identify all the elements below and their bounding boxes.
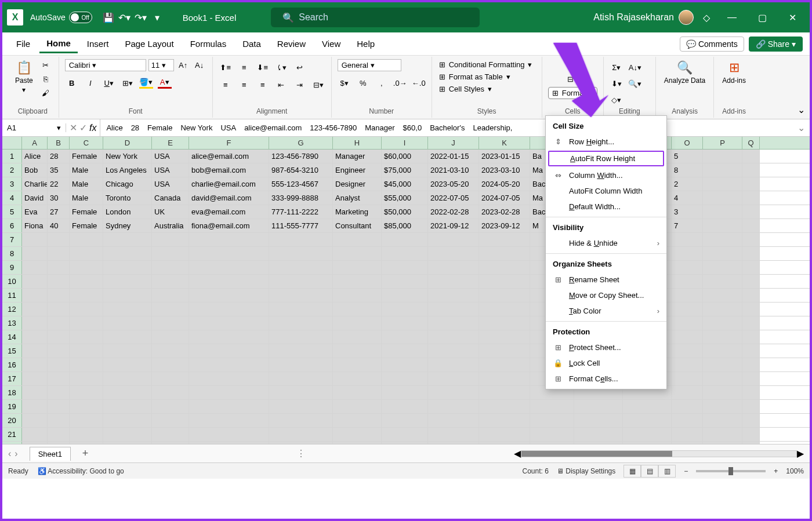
italic-button[interactable]: I	[84, 77, 97, 89]
cell[interactable]	[672, 233, 703, 246]
cell[interactable]	[22, 247, 48, 260]
cell[interactable]	[22, 330, 48, 344]
cell[interactable]	[479, 372, 530, 385]
cell[interactable]	[703, 219, 742, 232]
insert-cells-icon[interactable]: ⊞▾	[566, 59, 579, 71]
cell[interactable]	[333, 330, 382, 344]
cell[interactable]	[152, 428, 189, 441]
menu-column-width[interactable]: ⇔Column Width...	[546, 167, 666, 183]
cell[interactable]	[70, 247, 103, 260]
cell[interactable]	[269, 261, 333, 274]
cell[interactable]	[22, 233, 48, 246]
cell[interactable]	[428, 247, 479, 260]
cell[interactable]	[152, 330, 189, 344]
cell[interactable]: Analyst	[333, 191, 382, 205]
row-header[interactable]: 11	[2, 289, 22, 302]
view-page-layout-icon[interactable]: ▤	[641, 465, 658, 478]
cell[interactable]	[333, 303, 382, 316]
sheet-prev-icon[interactable]: ‹	[8, 449, 11, 459]
horizontal-scrollbar[interactable]: ◀ ▶	[514, 450, 804, 458]
cell[interactable]: Female	[70, 150, 103, 163]
cell[interactable]: Bob	[22, 163, 48, 177]
cell[interactable]	[48, 233, 70, 246]
column-header-p[interactable]: P	[703, 137, 742, 149]
delete-cells-icon[interactable]: ⊟▾	[566, 73, 579, 85]
diamond-icon[interactable]: ◇	[698, 9, 715, 25]
cell[interactable]	[333, 400, 382, 413]
column-header-i[interactable]: I	[382, 137, 428, 149]
cell[interactable]	[672, 428, 703, 441]
cell[interactable]	[742, 358, 760, 371]
cell[interactable]	[152, 442, 189, 444]
cell[interactable]	[269, 247, 333, 260]
cell[interactable]: Fiona	[22, 219, 48, 232]
cell[interactable]	[382, 289, 428, 302]
cell[interactable]	[333, 344, 382, 358]
row-header[interactable]: 14	[2, 330, 22, 344]
menu-data[interactable]: Data	[235, 35, 268, 52]
merge-center-icon[interactable]: ⊟▾	[311, 79, 325, 90]
cell-styles-button[interactable]: ⊞ Cell Styles ▾	[438, 83, 493, 94]
cell[interactable]	[333, 275, 382, 288]
cell[interactable]: USA	[152, 150, 189, 163]
cell[interactable]	[703, 205, 742, 218]
cell[interactable]: 987-654-3210	[269, 163, 333, 177]
cell[interactable]: Male	[70, 163, 103, 177]
align-middle-icon[interactable]: ≡	[237, 61, 251, 73]
cell[interactable]	[189, 316, 269, 330]
cell[interactable]: New York	[103, 150, 152, 163]
row-header[interactable]: 17	[2, 372, 22, 385]
row-header[interactable]: 15	[2, 344, 22, 358]
cell[interactable]	[672, 330, 703, 344]
row-header[interactable]: 21	[2, 428, 22, 441]
cell[interactable]	[152, 275, 189, 288]
cell[interactable]	[382, 442, 428, 444]
cell[interactable]	[333, 233, 382, 246]
menu-home[interactable]: Home	[39, 35, 78, 53]
cell[interactable]	[479, 428, 530, 441]
cell[interactable]	[672, 400, 703, 413]
cell[interactable]	[479, 358, 530, 371]
cell[interactable]: USA	[152, 163, 189, 177]
cell[interactable]	[479, 247, 530, 260]
cell[interactable]	[189, 275, 269, 288]
minimize-button[interactable]: —	[719, 6, 745, 29]
cell[interactable]	[189, 289, 269, 302]
cell[interactable]	[48, 386, 70, 399]
cell[interactable]	[382, 275, 428, 288]
column-header-q[interactable]: Q	[742, 137, 760, 149]
format-painter-icon[interactable]: 🖌	[39, 87, 53, 99]
cell[interactable]	[48, 428, 70, 441]
cell[interactable]	[152, 372, 189, 385]
cell[interactable]	[152, 386, 189, 399]
cell[interactable]	[48, 372, 70, 385]
cell[interactable]	[70, 358, 103, 371]
cell[interactable]	[428, 386, 479, 399]
cell[interactable]	[703, 177, 742, 191]
cell[interactable]	[742, 289, 760, 302]
sheet-options-icon[interactable]: ⋮	[296, 448, 306, 459]
cell[interactable]	[70, 344, 103, 358]
cell[interactable]: 3	[672, 205, 703, 218]
cell[interactable]: 2	[672, 177, 703, 191]
cell[interactable]	[189, 372, 269, 385]
cell[interactable]	[742, 205, 760, 218]
cell[interactable]: UK	[152, 205, 189, 218]
cell[interactable]	[382, 386, 428, 399]
cell[interactable]: Male	[70, 177, 103, 191]
cell[interactable]	[333, 247, 382, 260]
cell[interactable]	[48, 289, 70, 302]
paste-button[interactable]: 📋 Paste▾	[13, 59, 35, 95]
cell[interactable]	[70, 275, 103, 288]
analyze-data-button[interactable]: 🔍 Analyze Data	[662, 59, 708, 86]
cell[interactable]	[22, 358, 48, 371]
cell[interactable]	[333, 386, 382, 399]
cell[interactable]	[382, 303, 428, 316]
cell[interactable]: 2024-05-20	[479, 177, 530, 191]
cell[interactable]	[333, 372, 382, 385]
cell[interactable]	[152, 344, 189, 358]
cell[interactable]	[703, 428, 742, 441]
redo-icon[interactable]: ↷▾	[133, 9, 149, 25]
cell[interactable]: charlie@email.com	[189, 177, 269, 191]
column-header-j[interactable]: J	[428, 137, 479, 149]
